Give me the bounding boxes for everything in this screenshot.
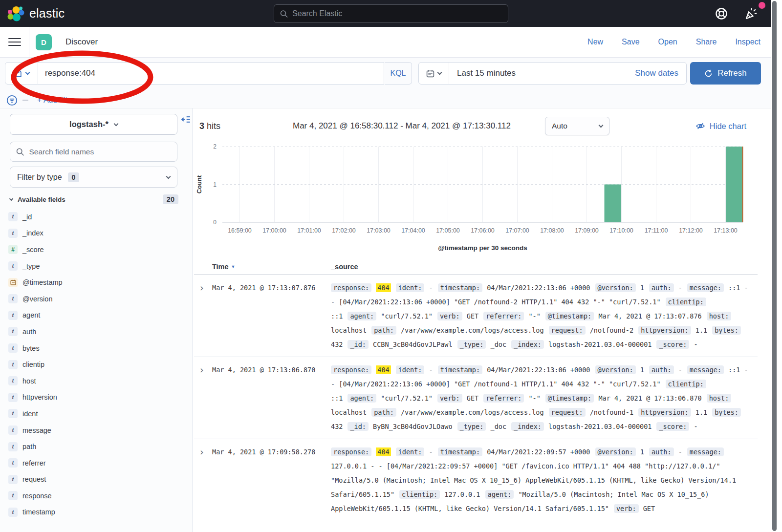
doc-timestamp: Mar 4, 2021 @ 17:09:58.278 (212, 445, 331, 516)
field-value: - (694, 423, 697, 430)
svg-text:17:04:00: 17:04:00 (401, 227, 425, 234)
hits-label: hits (207, 121, 220, 131)
field-key-badge: response: (331, 283, 371, 292)
field-key-badge: @version: (595, 365, 636, 374)
field-item-ident[interactable]: tident (2, 405, 188, 422)
field-item-message[interactable]: tmessage (2, 422, 188, 439)
field-item-@timestamp[interactable]: @timestamp (2, 274, 188, 291)
field-key-badge: @timestamp: (545, 394, 594, 403)
field-value: "-" (528, 394, 540, 402)
index-pattern-name: logstash-* (69, 120, 109, 129)
refresh-button[interactable]: Refresh (690, 62, 761, 85)
show-dates-button[interactable]: Show dates (635, 68, 678, 78)
histogram-bar-17:09:30[interactable] (605, 185, 622, 223)
eye-slash-icon (695, 121, 705, 131)
field-item-_score[interactable]: #_score (2, 241, 188, 258)
expand-row-icon[interactable]: › (194, 445, 212, 516)
histogram-interval-select[interactable]: Auto (545, 117, 609, 135)
documents-table-header: Time▼ _source (194, 259, 758, 275)
string-type-icon: t (8, 393, 18, 402)
field-value: 1.1 (695, 326, 707, 334)
field-key-badge: @version: (595, 283, 636, 292)
date-type-icon (8, 278, 18, 287)
source-column-header: _source (331, 263, 758, 271)
field-item-response[interactable]: tresponse (2, 488, 188, 504)
histogram-bar-17:13:00[interactable] (726, 147, 743, 222)
filter-by-type-dropdown[interactable]: Filter by type 0 (10, 167, 177, 188)
field-item-path[interactable]: tpath (2, 438, 188, 455)
doc-source: response: 404ident: -timestamp: 04/Mar/2… (331, 281, 758, 352)
field-key-badge: verb: (614, 504, 639, 513)
time-range-value[interactable]: Last 15 minutes (457, 68, 516, 78)
add-filter-button[interactable]: + Add filter (37, 96, 74, 105)
help-icon[interactable] (715, 7, 728, 21)
field-key-badge: ident: (396, 283, 425, 292)
share-button[interactable]: Share (696, 38, 717, 46)
field-item-request[interactable]: trequest (2, 471, 188, 488)
field-name: host (22, 377, 36, 385)
hits-count: 3 hits (199, 121, 220, 131)
field-item-host[interactable]: thost (2, 373, 188, 389)
field-key-badge: @version: (595, 447, 636, 456)
scrollbar-thumb[interactable] (772, 1, 777, 531)
field-item-bytes[interactable]: tbytes (2, 340, 188, 357)
field-search-input[interactable] (29, 148, 172, 156)
field-name: request (22, 475, 46, 483)
menu-icon[interactable] (8, 36, 21, 48)
string-type-icon: t (8, 475, 18, 484)
field-item-@version[interactable]: t@version (2, 291, 188, 307)
field-key-badge: clientip: (399, 490, 440, 499)
calendar-icon (426, 69, 434, 78)
field-value: /notfound-2 (590, 326, 633, 334)
field-item-auth[interactable]: tauth (2, 323, 188, 340)
field-item-httpversion[interactable]: thttpversion (2, 389, 188, 406)
field-item-_index[interactable]: t_index (2, 225, 188, 242)
svg-text:17:03:00: 17:03:00 (367, 227, 391, 234)
field-key-badge: request: (549, 408, 586, 417)
field-name: _id (22, 213, 32, 221)
query-input[interactable] (45, 68, 377, 78)
field-item-agent[interactable]: tagent (2, 307, 188, 324)
field-list: t_idt_index#_scoret_type@timestampt@vers… (2, 209, 188, 520)
string-type-icon: t (8, 376, 18, 385)
news-feed-icon[interactable] (744, 6, 759, 21)
highlighted-value: 404 (376, 365, 391, 374)
new-button[interactable]: New (587, 38, 603, 46)
available-fields-count: 20 (163, 194, 178, 204)
doc-timestamp: Mar 4, 2021 @ 17:13:06.870 (212, 363, 331, 434)
histogram-chart[interactable]: 16:59:0017:00:0017:01:0017:02:0017:03:00… (193, 140, 782, 262)
available-fields-header[interactable]: Available fields 20 (10, 194, 178, 204)
hide-chart-button[interactable]: Hide chart (695, 121, 746, 131)
field-value: - (429, 448, 433, 456)
save-button[interactable]: Save (622, 38, 639, 46)
date-picker-calendar-button[interactable] (419, 63, 449, 84)
kql-language-button[interactable]: KQL (385, 62, 412, 85)
filter-icon[interactable] (6, 95, 18, 106)
chevron-down-icon (166, 174, 171, 179)
field-key-badge: message: (687, 283, 724, 292)
global-search-input[interactable] (292, 9, 502, 18)
index-pattern-switcher[interactable]: logstash-* (10, 114, 177, 135)
expand-row-icon[interactable]: › (194, 363, 212, 434)
field-item-clientip[interactable]: tclientip (2, 356, 188, 373)
field-item-referrer[interactable]: treferrer (2, 455, 188, 471)
field-name: message (22, 426, 51, 434)
field-value: 04/Mar/2021:22:13:06 +0000 (487, 284, 590, 292)
app-navbar: D Discover New Save Open Share Inspect (0, 27, 782, 58)
field-item-_id[interactable]: t_id (2, 209, 188, 225)
time-column-header[interactable]: Time▼ (212, 263, 331, 271)
field-item-timestamp[interactable]: ttimestamp (2, 504, 188, 521)
field-search-box[interactable] (10, 142, 177, 162)
open-button[interactable]: Open (658, 38, 677, 46)
expand-row-icon[interactable]: › (194, 281, 212, 352)
field-value: /var/www/example.com/logs/access.log (401, 326, 544, 334)
inspect-button[interactable]: Inspect (735, 38, 760, 46)
global-search-box[interactable] (274, 4, 508, 23)
field-item-_type[interactable]: t_type (2, 258, 188, 275)
svg-text:17:12:00: 17:12:00 (679, 227, 703, 234)
collapse-sidebar-icon[interactable] (181, 115, 191, 124)
field-value: 1.1 (695, 408, 707, 416)
svg-text:16:59:00: 16:59:00 (228, 227, 252, 234)
field-key-badge: auth: (649, 365, 674, 374)
saved-query-menu-button[interactable] (5, 62, 38, 85)
